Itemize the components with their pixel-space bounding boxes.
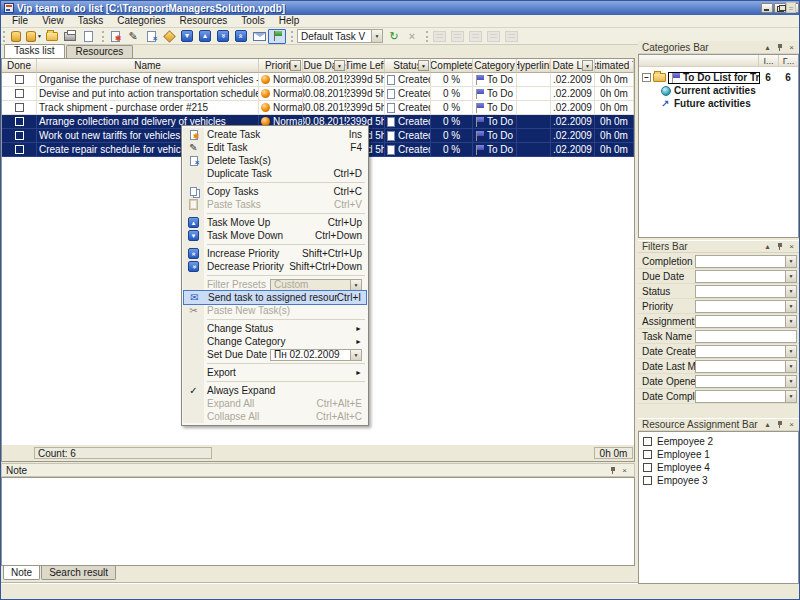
column-header-left[interactable]: Time Left [347, 59, 385, 73]
send-to-resource-button[interactable] [268, 29, 286, 44]
menu-item-expand-all[interactable]: Expand AllCtrl+Alt+E [183, 397, 367, 410]
filter-value-dropdown[interactable]: ▼ [695, 390, 797, 403]
column-filter-button[interactable]: ▼ [582, 60, 593, 71]
categories-collapse-button[interactable]: ▴ [762, 42, 773, 52]
menu-item-change-status[interactable]: Change Status► [183, 322, 367, 335]
filters-close-button[interactable]: × [786, 242, 797, 252]
edit-task-button[interactable]: ✎ [124, 29, 142, 44]
send-by-email-button[interactable] [250, 29, 268, 44]
delete-task-button[interactable]: × [142, 29, 160, 44]
print-preview-button[interactable] [79, 29, 97, 44]
menu-item-paste-tasks[interactable]: Paste TasksCtrl+V [183, 198, 367, 211]
column-filter-button[interactable]: ▼ [418, 60, 429, 71]
column-header-estimated[interactable]: Estimated Tir [595, 59, 634, 73]
resource-item[interactable]: Eempoyee 2 [639, 435, 798, 448]
column-header-priority[interactable]: Priority▼ [259, 59, 303, 73]
done-checkbox[interactable] [15, 117, 24, 126]
table-row[interactable]: Organise the purchase of new transport v… [2, 73, 634, 87]
filter-value-dropdown[interactable]: ▼ [695, 285, 797, 298]
category-root-row[interactable]: − To Do List for Transport Ma 6 6 [639, 71, 798, 84]
dropdown-arrow-icon[interactable]: ▼ [785, 361, 796, 372]
filter-value-dropdown[interactable]: ▼ [695, 375, 797, 388]
task-view-dropdown-icon[interactable]: ▼ [371, 30, 382, 42]
filter-value-dropdown[interactable]: ▼ [695, 345, 797, 358]
category-item-current-activities[interactable]: Current activities [639, 84, 798, 97]
dropdown-arrow-icon[interactable]: ▼ [785, 376, 796, 387]
move-task-down-button[interactable]: ▾ [178, 29, 196, 44]
note-close-button[interactable]: × [619, 465, 630, 475]
column-filter-button[interactable]: ▼ [334, 60, 345, 71]
report-button-1[interactable] [430, 29, 448, 44]
report-button-3[interactable] [466, 29, 484, 44]
filter-value-dropdown[interactable]: ▼ [695, 300, 797, 313]
dropdown-arrow-icon[interactable]: ▼ [785, 346, 796, 357]
column-header-due[interactable]: Due Date▼ [303, 59, 347, 73]
menu-item-decrease-priority[interactable]: »Decrease PriorityShift+Ctrl+Down [183, 260, 367, 273]
bottom-tab-search-result[interactable]: Search result [41, 566, 116, 580]
column-header-date_last[interactable]: Date Las▼ [551, 59, 595, 73]
note-pin-button[interactable] [607, 465, 618, 475]
restore-button[interactable] [774, 3, 786, 13]
categories-col2-header[interactable]: Г... [778, 55, 798, 66]
menu-item-collapse-all[interactable]: Collapse AllCtrl+Alt+C [183, 410, 367, 423]
menubar-item-resources[interactable]: Resources [173, 15, 235, 27]
move-task-up-button[interactable]: ▴ [196, 29, 214, 44]
resource-checkbox[interactable] [643, 437, 652, 446]
save-button[interactable] [43, 29, 61, 44]
column-filter-button[interactable]: ▼ [290, 60, 301, 71]
menu-item-create-task[interactable]: ✱Create TaskIns [183, 128, 367, 141]
menubar-item-view[interactable]: View [35, 15, 71, 27]
filter-value-dropdown[interactable]: ▼ [695, 315, 797, 328]
menu-item-always-expand[interactable]: ✓Always Expand [183, 384, 367, 397]
menu-item-send-task-to-assigned-resource[interactable]: ✉Send task to assigned resourceCtrl+I [183, 290, 367, 305]
done-checkbox[interactable] [15, 145, 24, 154]
menubar-item-tasks[interactable]: Tasks [71, 15, 111, 27]
menu-item-increase-priority[interactable]: »Increase PriorityShift+Ctrl+Up [183, 247, 367, 260]
categories-pin-button[interactable] [774, 42, 785, 52]
dropdown-arrow-icon[interactable]: ▼ [785, 286, 796, 297]
menubar-overflow-button[interactable]: = [786, 2, 796, 13]
dropdown-arrow-icon[interactable]: ▼ [785, 391, 796, 402]
filter-value-input[interactable] [695, 330, 797, 343]
done-checkbox[interactable] [15, 131, 24, 140]
done-checkbox[interactable] [15, 103, 24, 112]
column-header-complete[interactable]: Complete [431, 59, 473, 73]
menubar-item-tools[interactable]: Tools [234, 15, 271, 27]
menubar-item-file[interactable]: File [5, 15, 35, 27]
table-row[interactable]: Track shipment - purchase order #215Norm… [2, 101, 634, 115]
table-row[interactable]: Devise and put into action transportatio… [2, 87, 634, 101]
menu-combo-dropdown-icon[interactable]: ▼ [350, 350, 361, 360]
resource-checkbox[interactable] [643, 463, 652, 472]
menu-item-change-category[interactable]: Change Category► [183, 335, 367, 348]
resource-item[interactable]: Employee 4 [639, 461, 798, 474]
filter-value-dropdown[interactable]: ▼ [695, 255, 797, 268]
menu-item-combo[interactable]: Custom▼ [270, 279, 362, 291]
print-button[interactable] [61, 29, 79, 44]
clear-view-button[interactable]: × [403, 29, 421, 44]
bottom-tab-note[interactable]: Note [3, 566, 40, 580]
column-header-name[interactable]: Name [37, 59, 259, 73]
menu-item-task-move-down[interactable]: ▾Task Move DownCtrl+Down [183, 229, 367, 242]
complete-task-button[interactable] [160, 29, 178, 44]
new-task-button[interactable]: ✱ [106, 29, 124, 44]
filters-pin-button[interactable] [774, 242, 785, 252]
minimize-button[interactable] [761, 3, 773, 13]
resource-pin-button[interactable] [774, 420, 785, 430]
menu-item-task-move-up[interactable]: ▴Task Move UpCtrl+Up [183, 216, 367, 229]
report-button-2[interactable] [448, 29, 466, 44]
column-header-done[interactable]: Done [2, 59, 37, 73]
open-list-button[interactable]: ▼ [25, 29, 43, 44]
note-panel-body[interactable] [1, 477, 635, 566]
categories-col1-header[interactable]: I... [758, 55, 778, 66]
column-header-status[interactable]: Status▼ [385, 59, 431, 73]
tab-resources[interactable]: Resources [66, 45, 134, 58]
menu-item-edit-task[interactable]: ✎Edit TaskF4 [183, 141, 367, 154]
resource-checkbox[interactable] [643, 476, 652, 485]
column-header-hyperlink[interactable]: Hyperlink [517, 59, 551, 73]
menubar-item-help[interactable]: Help [272, 15, 307, 27]
done-checkbox[interactable] [15, 89, 24, 98]
menu-item-paste-new-task-s-[interactable]: ✂Paste New Task(s) [183, 304, 367, 317]
report-button-5[interactable] [502, 29, 520, 44]
filters-collapse-button[interactable]: ▴ [762, 242, 773, 252]
resource-close-button[interactable]: × [786, 420, 797, 430]
